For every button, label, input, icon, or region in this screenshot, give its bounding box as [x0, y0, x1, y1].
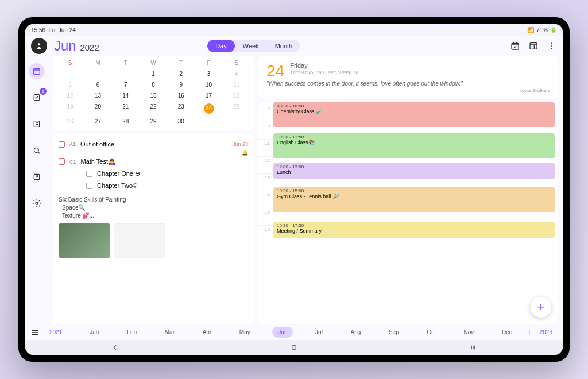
prev-year[interactable]: 2021 [44, 327, 68, 338]
more-icon[interactable] [547, 41, 557, 51]
status-time: 15:56 [31, 27, 45, 33]
status-date: Fri, Jun 24 [49, 27, 76, 33]
calendar-day[interactable] [84, 68, 111, 79]
sidebar-search[interactable] [29, 142, 45, 158]
month-item[interactable]: Sep [383, 327, 405, 338]
image-thumbnail[interactable] [114, 223, 165, 258]
calendar-day[interactable]: 21 [112, 101, 140, 116]
month-item[interactable]: Apr [197, 327, 218, 338]
sidebar-settings[interactable] [29, 195, 45, 211]
calendar-day[interactable]: 2 [167, 68, 195, 79]
svg-point-3 [551, 42, 552, 44]
checkbox-icon[interactable] [59, 158, 65, 165]
menu-icon[interactable] [30, 327, 40, 338]
bell-icon: 🔔 [59, 150, 248, 156]
calendar-day[interactable]: 11 [223, 79, 250, 90]
timeline-event[interactable]: 12:00 - 13:00Lunch [273, 163, 555, 179]
subtask-row[interactable]: Chapter Two© [59, 180, 248, 191]
calendar-day[interactable]: 14 [112, 90, 140, 101]
sidebar-tasks[interactable]: 1 [29, 90, 45, 106]
page-title: Jun 2022 [54, 38, 99, 54]
calendar-day[interactable]: 8 [140, 79, 167, 90]
checkbox-icon[interactable] [59, 141, 65, 148]
subtask-row[interactable]: Chapter One ⊖ [59, 168, 248, 180]
task-row[interactable]: C1 Math Test🙇‍♀️ [59, 156, 248, 168]
month-item[interactable]: Mar [159, 327, 180, 338]
task-row[interactable]: A1 Out of office Jun 23 [59, 138, 248, 150]
calendar-day[interactable] [112, 68, 140, 79]
calendar-day[interactable]: 17 [195, 90, 222, 101]
month-item[interactable]: May [234, 327, 256, 338]
calendar-day[interactable]: 12 [56, 90, 84, 101]
month-item[interactable]: Aug [345, 327, 367, 338]
calendar-day[interactable]: 13 [84, 90, 111, 101]
nav-recent[interactable] [462, 343, 485, 352]
calendar-day[interactable]: 24 [195, 101, 222, 116]
calendar-day[interactable]: 25 [223, 101, 250, 116]
nav-back[interactable] [103, 343, 126, 352]
note-block[interactable]: Six Basic Skills of Painting - Space🔍 - … [59, 196, 248, 258]
calendar-day[interactable] [223, 116, 250, 127]
month-item[interactable]: Oct [421, 327, 442, 338]
today-icon[interactable] [510, 41, 520, 51]
calendar-day[interactable]: 28 [112, 116, 140, 127]
sidebar-calendar[interactable] [29, 63, 45, 79]
timeline-event[interactable]: 10:20 - 11:50English Class📚 [273, 133, 555, 158]
month-item[interactable]: Feb [121, 327, 142, 338]
nav-home[interactable] [283, 343, 305, 352]
calendar-day[interactable]: 18 [223, 90, 250, 101]
wifi-icon: 📶 [527, 27, 534, 33]
checkbox-icon[interactable] [86, 183, 92, 189]
calendar-day[interactable]: 5 [56, 79, 84, 90]
calendar-day[interactable] [56, 68, 84, 79]
timeline-event[interactable]: 08:30 - 10:00Chemistry Class 🧪 [273, 102, 555, 127]
calendar-day[interactable]: 26 [56, 116, 84, 127]
sidebar-export[interactable] [29, 169, 45, 185]
calendar-day[interactable]: 20 [84, 101, 111, 116]
month-item[interactable]: Nov [458, 327, 480, 338]
svg-point-11 [36, 202, 38, 204]
calendar-day[interactable]: 6 [84, 79, 111, 90]
calendar-day[interactable]: 29 [140, 116, 167, 127]
battery-text: 71% [536, 27, 548, 33]
calendar-day[interactable]: 10 [195, 79, 222, 90]
sidebar-notes[interactable] [29, 116, 45, 132]
tab-day[interactable]: Day [207, 40, 235, 52]
svg-point-5 [551, 48, 552, 49]
next-year[interactable]: 2023 [534, 327, 558, 338]
tab-week[interactable]: Week [235, 40, 267, 52]
calendar-day[interactable]: 15 [140, 90, 167, 101]
avatar[interactable] [31, 38, 47, 54]
image-thumbnail[interactable] [59, 223, 110, 258]
svg-point-4 [551, 45, 552, 47]
screen: 15:56 Fri, Jun 24 📶 71% 🔋 Jun 2022 Day W… [25, 24, 563, 355]
calendar-day[interactable]: 23 [167, 101, 195, 116]
mini-calendar[interactable]: SMTWTFS 12345678910111213141516171819202… [53, 56, 254, 130]
add-button[interactable]: + [531, 297, 551, 318]
tab-month[interactable]: Month [267, 40, 301, 52]
month-item[interactable]: Jun [272, 327, 293, 338]
timeline-event[interactable]: 13:30 - 15:00Gym Class - Tennis ball 🎾 [273, 187, 555, 212]
calendar-day[interactable]: 30 [167, 116, 195, 127]
status-bar: 15:56 Fri, Jun 24 📶 71% 🔋 [25, 24, 563, 36]
month-item[interactable]: Jul [310, 327, 328, 338]
timeline[interactable]: 910111213141516 08:30 - 10:00Chemistry C… [258, 102, 558, 324]
checkbox-icon[interactable] [86, 171, 92, 177]
svg-point-0 [38, 43, 40, 45]
calendar-day[interactable]: 27 [84, 116, 111, 127]
timeline-event[interactable]: 15:30 - 17:30Meeting / Summary [273, 222, 555, 238]
calendar-day[interactable]: 4 [223, 68, 250, 79]
tasks-panel: A1 Out of office Jun 23 🔔 C1 Math Test🙇‍… [53, 134, 254, 324]
calendar-day[interactable]: 3 [195, 68, 222, 79]
calendar-day[interactable]: 19 [56, 101, 84, 116]
calendar-day[interactable]: 9 [167, 79, 195, 90]
calendar-day[interactable]: 22 [140, 101, 167, 116]
month-item[interactable]: Dec [496, 327, 518, 338]
layout-icon[interactable] [528, 41, 539, 51]
calendar-day[interactable]: 7 [112, 79, 140, 90]
calendar-day[interactable]: 1 [140, 68, 167, 79]
calendar-day[interactable]: 16 [167, 90, 195, 101]
tablet-frame: 15:56 Fri, Jun 24 📶 71% 🔋 Jun 2022 Day W… [18, 17, 570, 362]
calendar-day[interactable] [195, 116, 222, 127]
month-item[interactable]: Jan [84, 327, 105, 338]
